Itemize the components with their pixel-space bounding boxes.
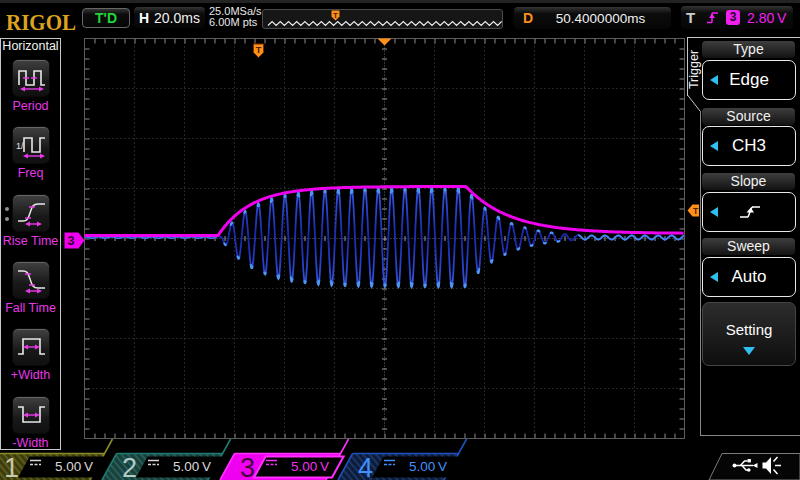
svg-text:T: T	[693, 206, 699, 216]
svg-text:3: 3	[68, 234, 75, 248]
svg-text:T: T	[333, 11, 338, 20]
svg-text:4: 4	[358, 453, 373, 480]
svg-text:2: 2	[122, 453, 137, 480]
svg-text:5.00 V: 5.00 V	[55, 459, 93, 474]
svg-text:3: 3	[240, 453, 255, 480]
svg-text:5.00 V: 5.00 V	[409, 459, 447, 474]
svg-text:1/: 1/	[16, 141, 24, 151]
svg-text:5.00 V: 5.00 V	[291, 459, 329, 474]
svg-text:1: 1	[4, 453, 19, 480]
svg-text:5.00 V: 5.00 V	[173, 459, 211, 474]
svg-text:T: T	[256, 45, 262, 55]
